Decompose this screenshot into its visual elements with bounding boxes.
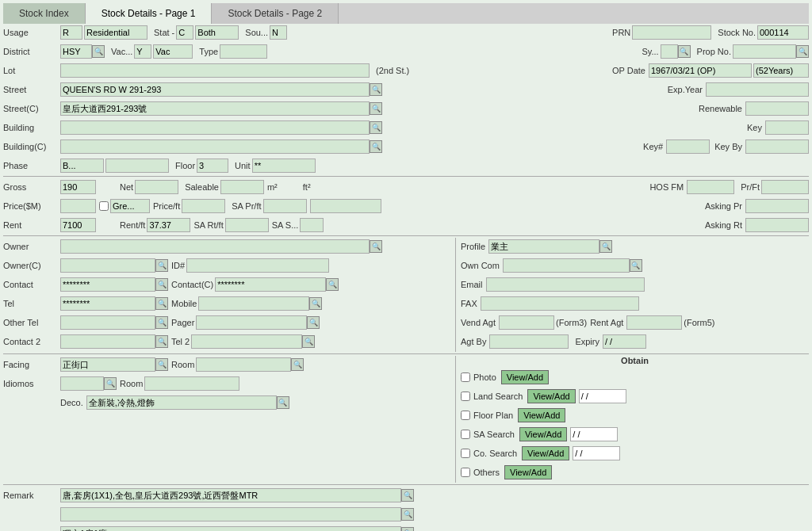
agt-by-input[interactable] [489,334,569,349]
key-input[interactable] [765,120,809,135]
land-search-slash[interactable] [579,389,626,403]
profile-input[interactable] [488,239,599,254]
building-search-btn[interactable]: 🔍 [370,121,382,134]
street-c-search-btn[interactable]: 🔍 [370,102,382,115]
tab-stock-index[interactable]: Stock Index [3,3,86,24]
building-c-input[interactable] [60,139,370,154]
remark3-search-btn[interactable]: 🔍 [401,527,414,531]
op-date-input[interactable] [649,63,752,78]
lot-input[interactable] [60,63,370,78]
other-tel-search-btn[interactable]: 🔍 [155,316,168,329]
exp-year-input[interactable] [706,82,809,97]
mobile-input[interactable] [198,296,309,311]
owner-c-input[interactable] [60,258,155,273]
other-tel-input[interactable] [60,315,155,330]
hos-fm-input[interactable] [687,180,734,194]
email-input[interactable] [486,277,645,292]
sa-pr-ft2-input[interactable] [310,199,381,213]
building-c-search-btn[interactable]: 🔍 [370,140,382,153]
land-search-view-add-btn[interactable]: View/Add [527,389,575,403]
sa-search-checkbox[interactable] [461,430,470,439]
fax-input[interactable] [481,296,639,311]
gre-checkbox[interactable] [99,201,109,211]
tel-search-btn[interactable]: 🔍 [155,297,168,310]
room-input[interactable] [196,357,291,372]
asking-pr-input[interactable] [745,199,809,213]
co-search-checkbox[interactable] [461,449,470,458]
room2-input[interactable] [144,376,239,391]
sou-input[interactable] [270,25,287,40]
floor-plan-view-add-btn[interactable]: View/Add [518,408,565,422]
key-by-input[interactable] [745,139,809,154]
vend-agt-input[interactable] [499,315,554,330]
usage-input[interactable] [60,25,82,40]
profile-search-btn[interactable]: 🔍 [599,240,612,253]
sy-input[interactable] [661,44,678,59]
pager-input[interactable] [196,315,307,330]
remark-search-btn[interactable]: 🔍 [401,489,414,502]
owner-search-btn[interactable]: 🔍 [370,240,382,253]
floor-plan-checkbox[interactable] [461,411,470,420]
pr-ft-input[interactable] [761,180,809,194]
op-years-input[interactable] [753,63,809,78]
others-view-add-btn[interactable]: View/Add [504,465,552,479]
deco-search-btn[interactable]: 🔍 [277,396,289,409]
district-search-btn[interactable]: 🔍 [92,45,105,58]
price-ft-input[interactable] [182,199,225,213]
contact-c-input[interactable] [215,277,326,292]
street-c-input[interactable] [60,101,370,116]
street-input[interactable] [60,82,370,97]
rent-agt-input[interactable] [626,315,682,330]
stat-input[interactable] [176,25,193,40]
others-checkbox[interactable] [461,468,470,477]
pager-search-btn[interactable]: 🔍 [307,316,320,329]
unit-input[interactable] [252,159,316,173]
land-search-checkbox[interactable] [461,392,470,401]
both-input[interactable] [195,25,239,40]
type-input[interactable] [220,44,267,59]
renewable-input[interactable] [745,101,809,116]
sa-search-slash[interactable] [570,427,618,441]
facing-input[interactable] [60,357,155,372]
photo-checkbox[interactable] [461,372,470,382]
sy-search-btn[interactable]: 🔍 [678,45,691,58]
district-input[interactable] [60,44,92,59]
net-input[interactable] [135,180,178,194]
tab-stock-details-1[interactable]: Stock Details - Page 1 [86,3,213,24]
usage-desc-input[interactable] [84,25,147,40]
rent-input[interactable] [60,218,96,232]
sa-rt-ft-input[interactable] [225,218,269,232]
owner-input[interactable] [60,239,370,254]
own-com-search-btn[interactable]: 🔍 [630,259,642,272]
phase-input[interactable] [60,159,104,173]
floor-input[interactable] [197,159,228,173]
contact-c-search-btn[interactable]: 🔍 [326,278,339,291]
prop-no-search-btn[interactable]: 🔍 [796,45,809,58]
stock-no-input[interactable] [757,25,809,40]
price-input[interactable] [60,199,96,213]
deco-input[interactable] [86,395,277,410]
idiomos-search-btn[interactable]: 🔍 [104,377,117,390]
contact-search-btn[interactable]: 🔍 [155,278,168,291]
remark2-search-btn[interactable]: 🔍 [401,508,414,521]
street-search-btn[interactable]: 🔍 [370,83,382,96]
vac-y-input[interactable] [134,44,151,59]
expiry-input[interactable] [603,334,646,349]
rent-ft-input[interactable] [147,218,190,232]
mobile-search-btn[interactable]: 🔍 [309,297,322,310]
gross-input[interactable] [60,180,96,194]
sa-search-view-add-btn[interactable]: View/Add [519,427,567,441]
remark-input[interactable] [60,488,401,502]
prn-input[interactable] [632,25,711,40]
co-search-slash[interactable] [573,446,620,460]
id-input[interactable] [186,258,329,273]
remark2-input[interactable] [60,507,401,521]
idiomos-input[interactable] [60,376,104,391]
building-input[interactable] [60,120,370,135]
sa-s-input[interactable] [300,218,324,232]
asking-rt-input[interactable] [745,218,809,232]
room-search-btn[interactable]: 🔍 [291,358,304,371]
prop-no-input[interactable] [733,44,796,59]
phase2-input[interactable] [105,159,169,173]
owner-c-search-btn[interactable]: 🔍 [155,259,168,272]
